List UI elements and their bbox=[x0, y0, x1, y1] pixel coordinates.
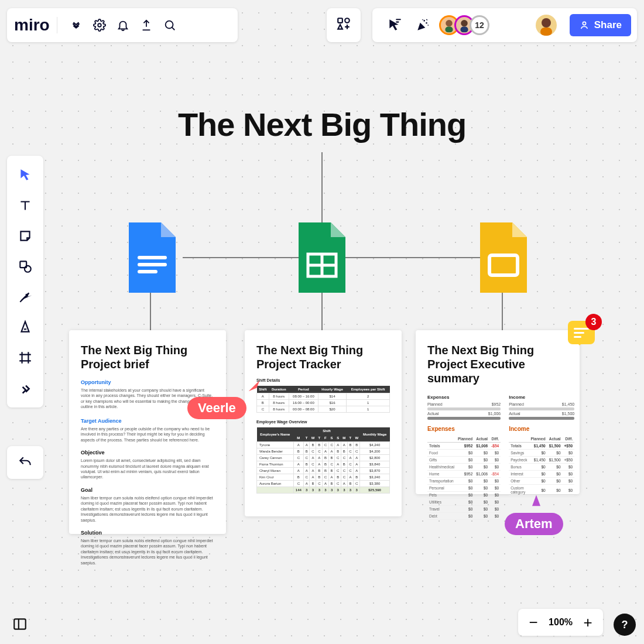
presence-count-value: 12 bbox=[475, 20, 484, 30]
self-avatar[interactable] bbox=[536, 15, 557, 36]
board-title[interactable]: The Next Big Thing bbox=[0, 105, 644, 143]
svg-rect-22 bbox=[14, 619, 26, 629]
topbar-right: 12 Share bbox=[372, 8, 637, 42]
topbar-left: miro bbox=[7, 8, 238, 42]
reactions-button[interactable] bbox=[411, 13, 434, 37]
svg-point-10 bbox=[542, 18, 551, 28]
card-title: The Next Big Thing Project Executive sum… bbox=[427, 343, 568, 385]
section-heading: Opportunity bbox=[81, 379, 214, 385]
zoom-out-button[interactable]: − bbox=[525, 614, 542, 631]
panel-toggle-button[interactable] bbox=[8, 612, 32, 636]
income-table: PlannedActualDiff.Totals$1,450$1,500+$50… bbox=[509, 436, 574, 496]
tracker-subheading: Shift Details bbox=[256, 378, 390, 382]
comment-count: 3 bbox=[585, 314, 602, 330]
card-exec-summary[interactable]: The Next Big Thing Project Executive sum… bbox=[416, 330, 580, 494]
section-body: Nam liber tempor cum soluta nobis eleife… bbox=[81, 495, 214, 523]
section-heading: Solution bbox=[81, 530, 214, 536]
card-title: The Next Big Thing Project Tracker bbox=[256, 343, 390, 371]
section-heading: Goal bbox=[81, 487, 214, 493]
svg-rect-7 bbox=[445, 26, 453, 32]
google-doc-icon[interactable] bbox=[123, 222, 181, 293]
presence-count[interactable]: 12 bbox=[470, 15, 489, 35]
exec-exp-heading: Expenses bbox=[427, 426, 501, 432]
section-body: Lorem ipsum dolor sit amet, consectetuer… bbox=[81, 458, 214, 480]
comment-thread[interactable]: 3 bbox=[568, 321, 595, 348]
tool-arrow[interactable] bbox=[12, 283, 39, 310]
tool-pen[interactable] bbox=[12, 314, 39, 341]
svg-rect-4 bbox=[396, 19, 401, 20]
peer-cursor-veerle bbox=[246, 378, 262, 396]
zoom-in-button[interactable]: + bbox=[580, 614, 596, 631]
peer-label-artem: Artem bbox=[505, 513, 563, 535]
zoom-controls: − 100% + bbox=[518, 609, 603, 636]
board-menu-button[interactable] bbox=[64, 13, 88, 37]
card-title: The Next Big Thing Project brief bbox=[81, 343, 214, 371]
tool-frame[interactable] bbox=[12, 344, 39, 371]
tool-select[interactable] bbox=[12, 162, 39, 189]
settings-button[interactable] bbox=[88, 13, 111, 37]
app-logo[interactable]: miro bbox=[14, 16, 50, 35]
svg-point-8 bbox=[461, 20, 468, 27]
share-button[interactable]: Share bbox=[570, 14, 631, 36]
svg-rect-2 bbox=[338, 18, 342, 23]
peer-label-veerle: Veerle bbox=[187, 397, 246, 419]
svg-point-12 bbox=[583, 22, 585, 25]
card-project-brief[interactable]: The Next Big Thing Project brief Opportu… bbox=[69, 330, 226, 534]
svg-rect-11 bbox=[540, 28, 552, 36]
export-button[interactable] bbox=[135, 13, 158, 37]
undo-button[interactable] bbox=[7, 446, 43, 479]
tool-sticky[interactable] bbox=[12, 222, 39, 249]
presence-avatars[interactable]: 12 bbox=[439, 15, 489, 35]
peer-cursor-artem bbox=[528, 493, 544, 512]
notifications-button[interactable] bbox=[111, 13, 135, 37]
tool-text[interactable] bbox=[12, 192, 39, 219]
shift-table: ShiftDurationPeriodHourly WageEmployees … bbox=[256, 386, 390, 413]
svg-rect-9 bbox=[460, 26, 468, 32]
svg-point-0 bbox=[98, 23, 101, 27]
card-project-tracker[interactable]: The Next Big Thing Project Tracker Shift… bbox=[245, 330, 402, 516]
cursor-tracking-button[interactable] bbox=[383, 13, 406, 37]
svg-point-6 bbox=[446, 20, 453, 27]
exec-exp-label: Expenses bbox=[427, 395, 501, 400]
google-slides-icon[interactable] bbox=[474, 222, 533, 293]
help-button[interactable]: ? bbox=[614, 614, 636, 636]
apps-button[interactable] bbox=[327, 8, 361, 42]
left-toolbar bbox=[7, 156, 43, 407]
tool-more[interactable] bbox=[12, 375, 39, 402]
exec-inc-heading: Income bbox=[509, 426, 574, 432]
share-label: Share bbox=[594, 19, 622, 31]
divider bbox=[57, 17, 57, 33]
zoom-percent[interactable]: 100% bbox=[549, 617, 573, 628]
svg-point-3 bbox=[345, 18, 350, 23]
section-body: Nam liber tempor cum soluta nobis eleife… bbox=[81, 538, 214, 566]
tool-shape[interactable] bbox=[12, 253, 39, 280]
svg-point-14 bbox=[25, 266, 31, 272]
svg-rect-5 bbox=[396, 22, 399, 23]
tracker-subheading: Employee Wage Overview bbox=[256, 420, 390, 424]
search-button[interactable] bbox=[158, 13, 181, 37]
section-body: Are there any parties or people outside … bbox=[81, 426, 214, 443]
expense-table: PlannedActualDiff.Totals$952$1,006-$54Fo… bbox=[427, 436, 501, 520]
exec-inc-label: Income bbox=[509, 395, 574, 400]
section-heading: Objective bbox=[81, 450, 214, 455]
svg-point-1 bbox=[165, 21, 173, 29]
google-sheet-icon[interactable] bbox=[293, 222, 351, 293]
wage-table: Employee's NameShiftMonthly WageMTWTFSSM… bbox=[256, 427, 390, 494]
